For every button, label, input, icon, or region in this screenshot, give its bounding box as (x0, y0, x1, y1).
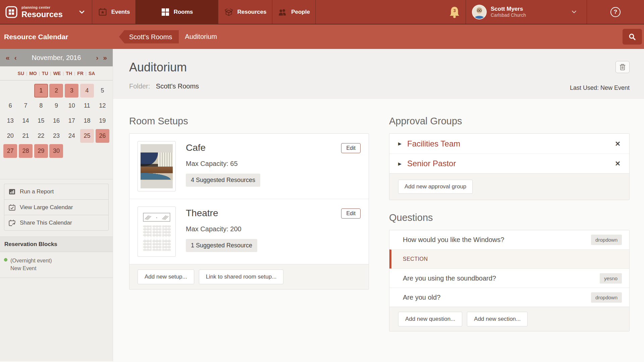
calendar-day-19: 19 (95, 113, 110, 128)
user-menu[interactable]: Scott Myers Carlsbad Church (466, 0, 587, 24)
calendar-grid: 1234567891011121314151617181920212223242… (0, 80, 113, 159)
calendar-day-number[interactable]: 8 (34, 99, 48, 113)
section-label: SECTION (403, 256, 428, 262)
reservation-block-item[interactable]: (Overnight event) New Event (0, 252, 113, 278)
edit-setup-button[interactable]: Edit (341, 143, 361, 153)
calendar-bottom-divider (0, 159, 113, 179)
remove-group-icon[interactable]: ✕ (615, 140, 621, 148)
calendar-day-number[interactable]: 28 (19, 144, 33, 158)
planning-center-logo-icon (5, 5, 18, 19)
add-new-section-button[interactable]: Add new section... (467, 312, 528, 326)
calendar-day-16: 16 (49, 113, 64, 128)
calendar-day-number[interactable]: 18 (80, 114, 94, 128)
calendar-day-number[interactable]: 3 (65, 84, 78, 98)
question-text: How would you like the Windows? (403, 236, 504, 244)
calendar-day-number[interactable]: 12 (96, 99, 109, 113)
calendar-first-button[interactable]: « (3, 54, 12, 62)
expand-triangle-icon[interactable]: ▶ (398, 141, 401, 146)
calendar-day-number[interactable]: 26 (96, 129, 109, 143)
calendar-day-number[interactable]: 7 (19, 99, 33, 113)
calendar-next-button[interactable]: › (94, 54, 101, 62)
calendar-day-9: 9 (49, 98, 64, 113)
question-row[interactable]: Are you using the soundboard? yesno (389, 268, 629, 288)
main-content: Auditorium Folder: Scott's Rooms Last Us… (113, 49, 644, 361)
calendar-day-number[interactable]: 22 (34, 129, 48, 143)
theatre-diagram-thumbnail[interactable] (138, 206, 176, 257)
run-report-button[interactable]: Run a Report (4, 184, 108, 199)
tab-rooms[interactable]: Rooms (136, 0, 218, 24)
add-new-setup-button[interactable]: Add new setup... (138, 269, 194, 284)
calendar-day-number[interactable]: 21 (19, 129, 33, 143)
calendar-day-number[interactable]: 9 (49, 99, 63, 113)
setup-info: Cafe Max Capacity: 65 4 Suggested Resour… (186, 141, 260, 191)
calendar-day-6: 6 (3, 98, 18, 113)
search-button[interactable] (623, 29, 642, 45)
calendar-day-number[interactable]: 30 (49, 144, 63, 158)
calendar-day-number[interactable]: 15 (34, 114, 48, 128)
share-calendar-button[interactable]: Share This Calendar (4, 215, 108, 230)
calendar-day-number[interactable]: 23 (49, 129, 63, 143)
calendar-day-7: 7 (18, 98, 34, 113)
calendar-day-number[interactable]: 27 (3, 144, 17, 158)
calendar-day-number[interactable]: 13 (3, 114, 17, 128)
add-new-question-button[interactable]: Add new question... (398, 312, 462, 326)
approval-group-row[interactable]: ▶ Facilities Team ✕ (389, 134, 629, 154)
remove-group-icon[interactable]: ✕ (615, 160, 621, 168)
add-approval-group-button[interactable]: Add new approval group (398, 180, 473, 194)
cafe-photo-thumbnail[interactable] (138, 141, 176, 191)
tab-resources[interactable]: Resources (218, 0, 272, 24)
calendar-day-number[interactable]: 20 (3, 129, 17, 143)
calendar-last-button[interactable]: » (101, 54, 109, 62)
delete-room-button[interactable] (615, 61, 630, 73)
view-large-calendar-button[interactable]: View Large Calendar (4, 199, 108, 215)
edit-setup-button[interactable]: Edit (341, 208, 361, 219)
cafe-photo (141, 153, 173, 180)
breadcrumb-parent[interactable]: Scott's Rooms (119, 30, 179, 44)
calendar-month-label: November, 2016 (19, 54, 94, 62)
tab-people[interactable]: People (272, 0, 316, 24)
calendar-day-number[interactable]: 16 (49, 114, 63, 128)
notifications-bell-button[interactable]: 3 (443, 0, 466, 24)
calendar-day-number[interactable]: 14 (19, 114, 33, 128)
chevron-down-icon[interactable] (572, 10, 577, 13)
calendar-day-28: 28 (18, 143, 34, 159)
breadcrumb-current: Auditorium (185, 33, 217, 41)
calendar-day-number[interactable]: 19 (96, 114, 109, 128)
folder-value[interactable]: Scott's Rooms (156, 82, 199, 90)
questions-heading: Questions (389, 212, 630, 223)
section-row[interactable]: SECTION (389, 249, 629, 268)
calendar-day-number[interactable]: 4 (80, 84, 94, 98)
approval-group-name[interactable]: Senior Pastor (407, 159, 456, 168)
question-row[interactable]: How would you like the Windows? dropdown (389, 230, 629, 249)
calendar-day-number[interactable]: 24 (65, 129, 78, 143)
approval-group-row[interactable]: ▶ Senior Pastor ✕ (389, 154, 629, 173)
calendar-day-number[interactable]: 6 (3, 99, 17, 113)
bar-chart-icon (8, 188, 16, 195)
calendar-day-14: 14 (18, 113, 34, 128)
user-name: Scott Myers (491, 5, 526, 12)
link-shared-setup-button[interactable]: Link to shared room setup... (199, 269, 284, 284)
calendar-day-number[interactable]: 1 (34, 84, 48, 98)
calendar-day-number[interactable]: 10 (65, 99, 78, 113)
tab-events[interactable]: Events (92, 0, 136, 24)
approval-group-name[interactable]: Facilities Team (407, 139, 460, 148)
calendar-prev-button[interactable]: ‹ (12, 54, 19, 62)
calendar-day-number[interactable]: 5 (96, 84, 109, 98)
chevron-down-icon[interactable] (79, 10, 85, 14)
help-button[interactable]: ? (587, 0, 644, 24)
calendar-day-11: 11 (79, 98, 95, 113)
calendar-day-number[interactable]: 2 (49, 84, 63, 98)
question-row[interactable]: Are you old? dropdown (389, 288, 629, 307)
calendar-day-number[interactable]: 29 (34, 144, 48, 158)
expand-triangle-icon[interactable]: ▶ (398, 161, 401, 166)
app-brand[interactable]: planning center Resources (0, 0, 92, 24)
last-used-label: Last Used: New Event (570, 84, 630, 92)
calendar-check-icon (8, 204, 16, 211)
calendar-day-number[interactable]: 17 (65, 114, 78, 128)
calendar-day-empty (64, 143, 79, 159)
calendar-day-number[interactable]: 11 (80, 99, 94, 113)
setup-name: Theatre (186, 208, 257, 219)
calendar-day-number[interactable]: 25 (80, 129, 94, 143)
primary-tabs: Events Rooms Resources (92, 0, 316, 24)
reservation-block-line2: New Event (10, 265, 36, 271)
